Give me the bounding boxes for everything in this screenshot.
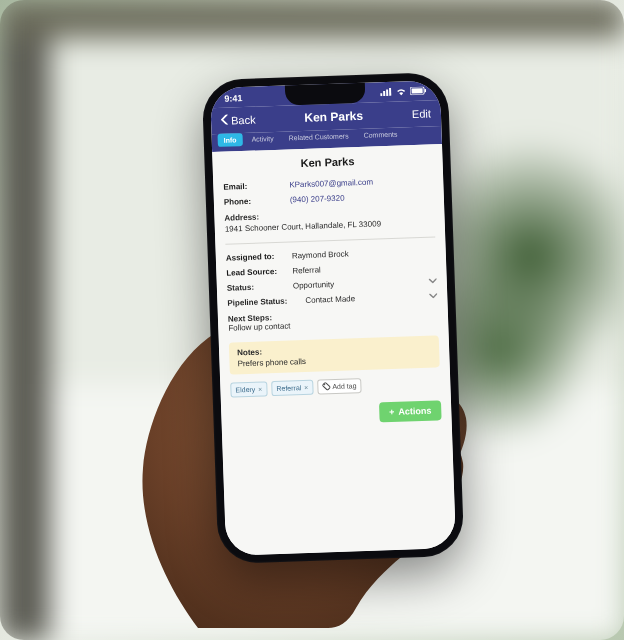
actions-bar: + Actions <box>231 400 442 427</box>
chevron-left-icon <box>221 115 229 127</box>
close-icon[interactable]: × <box>304 384 308 391</box>
actions-button[interactable]: + Actions <box>379 400 442 422</box>
notes-label: Notes: <box>237 342 431 358</box>
tab-info[interactable]: Info <box>218 133 243 147</box>
status-value: Opportunity <box>293 280 335 290</box>
tag-chip[interactable]: Referral × <box>271 380 313 396</box>
phone-value[interactable]: (940) 207-9320 <box>290 190 434 204</box>
tab-comments[interactable]: Comments <box>357 127 403 142</box>
add-tag-button[interactable]: Add tag <box>317 378 362 395</box>
close-icon[interactable]: × <box>258 386 262 393</box>
chevron-down-icon <box>429 276 437 285</box>
lead-source-label: Lead Source: <box>226 267 286 278</box>
next-steps-label: Next Steps: <box>228 307 438 323</box>
contact-name: Ken Parks <box>222 152 432 171</box>
pipeline-label: Pipeline Status: <box>227 296 299 308</box>
tags-row: Eldery × Referral × Add tag <box>230 375 440 397</box>
battery-icon <box>410 87 426 98</box>
svg-rect-6 <box>412 88 423 93</box>
signal-icon <box>380 88 392 98</box>
svg-rect-3 <box>386 89 388 96</box>
assigned-label: Assigned to: <box>226 252 286 263</box>
tag-label: Referral <box>276 384 301 392</box>
tag-icon <box>322 382 330 391</box>
phone-notch <box>285 83 366 106</box>
status-icons <box>380 87 426 99</box>
plus-icon: + <box>389 407 395 417</box>
back-button[interactable]: Back <box>221 114 256 127</box>
status-time: 9:41 <box>224 93 242 104</box>
edit-button[interactable]: Edit <box>412 107 431 120</box>
notes-text: Prefers phone calls <box>237 357 306 368</box>
svg-rect-2 <box>383 91 385 96</box>
page-title: Ken Parks <box>304 109 363 125</box>
status-label: Status: <box>227 282 287 293</box>
phone-label: Phone: <box>224 196 284 207</box>
phone-screen: 9:41 Back Ken Parks Edit <box>210 80 456 556</box>
notes-block[interactable]: Notes: Prefers phone calls <box>229 335 440 374</box>
svg-rect-4 <box>389 88 391 96</box>
tag-label: Eldery <box>235 386 255 394</box>
next-steps-block: Next Steps: Follow up contact <box>228 307 439 332</box>
wifi-icon <box>396 87 406 97</box>
chevron-down-icon <box>429 291 437 300</box>
svg-rect-1 <box>380 93 382 96</box>
email-label: Email: <box>223 181 283 192</box>
pipeline-value: Contact Made <box>305 294 355 305</box>
add-tag-label: Add tag <box>332 382 356 390</box>
address-block: Address: 1941 Schooner Court, Hallandale… <box>224 206 435 233</box>
back-label: Back <box>231 114 256 127</box>
tag-chip[interactable]: Eldery × <box>230 381 267 397</box>
tab-activity[interactable]: Activity <box>245 132 280 146</box>
next-steps-value: Follow up contact <box>228 321 291 332</box>
phone-frame: 9:41 Back Ken Parks Edit <box>202 72 465 564</box>
svg-rect-7 <box>425 89 427 92</box>
content-scroll[interactable]: Ken Parks Email: KParks007@gmail.com Pho… <box>212 144 456 556</box>
tab-related-customers[interactable]: Related Customers <box>282 129 354 145</box>
actions-label: Actions <box>398 406 431 417</box>
